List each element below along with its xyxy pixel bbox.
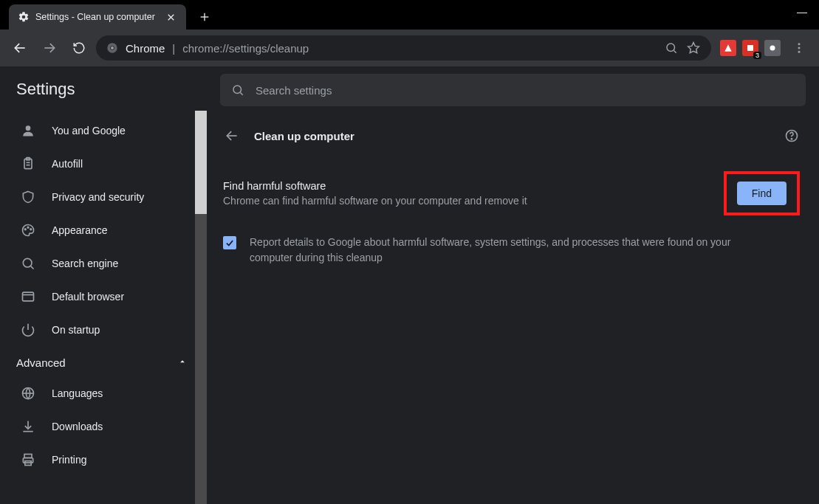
extension-icon-3[interactable] xyxy=(764,40,781,56)
svg-point-8 xyxy=(111,46,114,49)
svg-point-9 xyxy=(667,44,675,52)
sidebar-item-label: Autofill xyxy=(52,158,83,170)
download-icon xyxy=(21,419,35,434)
tab-title: Settings - Clean up computer xyxy=(35,12,158,22)
find-button-highlight: Find xyxy=(724,171,800,215)
find-button[interactable]: Find xyxy=(737,182,787,205)
search-icon xyxy=(230,83,245,97)
power-icon xyxy=(21,322,35,337)
sidebar-item-on-startup[interactable]: On startup xyxy=(0,313,207,346)
svg-point-23 xyxy=(27,227,29,228)
clipboard-icon xyxy=(21,156,35,171)
search-settings-input[interactable] xyxy=(256,84,795,97)
find-harmful-row: Find harmful software Chrome can find ha… xyxy=(223,171,800,215)
sidebar-item-label: You and Google xyxy=(52,125,126,137)
sidebar-item-label: Search engine xyxy=(52,258,118,269)
url-scheme: Chrome xyxy=(126,42,165,55)
svg-rect-27 xyxy=(23,292,34,301)
window-minimize[interactable]: — xyxy=(785,0,819,24)
sidebar-item-languages[interactable]: Languages xyxy=(0,376,207,410)
svg-line-26 xyxy=(31,266,34,269)
globe-icon xyxy=(21,386,35,401)
report-checkbox[interactable] xyxy=(223,236,236,249)
search-settings-box[interactable] xyxy=(220,74,806,106)
help-icon[interactable] xyxy=(784,128,800,144)
find-subtitle: Chrome can find harmful software on your… xyxy=(223,195,527,207)
chrome-logo-icon xyxy=(106,42,118,54)
svg-point-16 xyxy=(798,51,801,53)
svg-marker-11 xyxy=(688,43,699,53)
browser-toolbar: Chrome | chrome://settings/cleanup 3 xyxy=(0,30,819,66)
svg-point-22 xyxy=(24,228,26,229)
sidebar-item-you-and-google[interactable]: You and Google xyxy=(0,114,207,147)
new-tab-button[interactable] xyxy=(192,4,217,30)
window-controls: — xyxy=(785,0,819,24)
sidebar-item-downloads[interactable]: Downloads xyxy=(0,410,207,443)
settings-app: Settings You and Google Autofill Privacy… xyxy=(0,66,819,504)
sidebar-item-label: Printing xyxy=(52,454,86,466)
sidebar-item-label: Downloads xyxy=(52,421,103,432)
svg-line-10 xyxy=(674,50,676,52)
extensions-area: 3 xyxy=(716,40,782,56)
svg-point-13 xyxy=(770,46,775,51)
zoom-icon[interactable] xyxy=(664,41,679,55)
svg-line-38 xyxy=(240,92,242,94)
person-icon xyxy=(21,123,35,138)
chevron-up-icon xyxy=(177,356,188,369)
reload-button[interactable] xyxy=(66,35,92,61)
page-title: Clean up computer xyxy=(254,130,354,142)
titlebar: Settings - Clean up computer — xyxy=(0,0,819,30)
browser-icon xyxy=(21,289,35,304)
sidebar-item-appearance[interactable]: Appearance xyxy=(0,213,207,246)
sidebar-item-default-browser[interactable]: Default browser xyxy=(0,280,207,313)
sidebar-advanced-toggle[interactable]: Advanced xyxy=(0,346,207,376)
url-path: chrome://settings/cleanup xyxy=(182,42,309,55)
svg-point-25 xyxy=(23,258,32,267)
sidebar-item-label: Languages xyxy=(52,387,103,399)
shield-icon xyxy=(21,190,35,204)
address-bar[interactable]: Chrome | chrome://settings/cleanup xyxy=(96,35,711,61)
extension-badge: 3 xyxy=(753,52,761,59)
advanced-label: Advanced xyxy=(16,356,66,369)
sidebar-item-label: Default browser xyxy=(52,291,124,303)
palette-icon xyxy=(21,223,35,238)
report-checkbox-row: Report details to Google about harmful s… xyxy=(223,235,800,266)
sidebar-item-label: Appearance xyxy=(52,224,108,236)
chrome-menu-button[interactable] xyxy=(787,41,812,55)
page-back-button[interactable] xyxy=(223,127,241,145)
sidebar-item-autofill[interactable]: Autofill xyxy=(0,147,207,180)
url-separator: | xyxy=(172,42,175,55)
svg-point-14 xyxy=(798,43,801,45)
svg-point-15 xyxy=(798,47,801,49)
extension-icon-2[interactable]: 3 xyxy=(742,40,758,56)
sidebar-item-privacy[interactable]: Privacy and security xyxy=(0,180,207,213)
printer-icon xyxy=(21,452,35,467)
svg-point-41 xyxy=(791,139,792,139)
sidebar-item-label: On startup xyxy=(52,324,100,336)
extension-icon-1[interactable] xyxy=(720,40,736,56)
page-header: Clean up computer xyxy=(207,111,819,145)
svg-point-17 xyxy=(26,125,31,131)
main-area: Clean up computer Find harmful software … xyxy=(207,66,819,504)
bookmark-star-icon[interactable] xyxy=(686,41,701,55)
search-icon xyxy=(21,256,35,271)
browser-tab[interactable]: Settings - Clean up computer xyxy=(9,4,186,30)
forward-button[interactable] xyxy=(37,35,62,61)
sidebar: Settings You and Google Autofill Privacy… xyxy=(0,66,207,504)
sidebar-item-printing[interactable]: Printing xyxy=(0,443,207,476)
back-button[interactable] xyxy=(7,35,32,61)
sidebar-scrollbar-thumb[interactable] xyxy=(195,111,207,214)
svg-point-37 xyxy=(233,86,241,94)
sidebar-item-label: Privacy and security xyxy=(52,191,144,203)
gear-icon xyxy=(18,11,30,23)
svg-point-24 xyxy=(30,228,32,229)
close-tab-icon[interactable] xyxy=(164,10,177,24)
sidebar-list: You and Google Autofill Privacy and secu… xyxy=(0,106,207,476)
page-content: Find harmful software Chrome can find ha… xyxy=(207,145,819,266)
find-title: Find harmful software xyxy=(223,180,527,192)
app-title: Settings xyxy=(0,66,207,106)
report-label: Report details to Google about harmful s… xyxy=(250,235,752,266)
sidebar-scrollbar[interactable] xyxy=(195,111,207,504)
sidebar-item-search-engine[interactable]: Search engine xyxy=(0,246,207,280)
svg-rect-12 xyxy=(747,45,753,51)
